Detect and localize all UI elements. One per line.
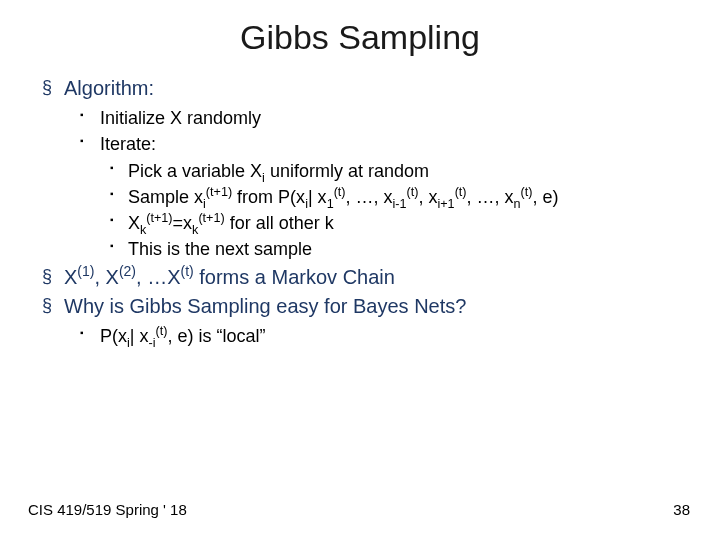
slide-title: Gibbs Sampling	[0, 0, 720, 57]
text-iterate: Iterate:	[100, 134, 156, 154]
bullet-list-2: X(1), X(2), …X(t) forms a Markov Chain W…	[40, 264, 680, 348]
footer-page-number: 38	[673, 501, 690, 518]
bullet-pick: Pick a variable Xi uniformly at random	[128, 159, 680, 183]
text-why-easy: Why is Gibbs Sampling easy for Bayes Net…	[64, 295, 466, 317]
bullet-iterate: Iterate: Pick a variable Xi uniformly at…	[100, 132, 680, 261]
slide-content: Algorithm: Initialize X randomly Iterate…	[0, 57, 720, 348]
bullet-list-1a: Initialize X randomly Iterate: Pick a va…	[64, 106, 680, 262]
bullet-next-sample: This is the next sample	[128, 237, 680, 261]
bullet-initialize: Initialize X randomly	[100, 106, 680, 130]
bullet-algorithm: Algorithm: Initialize X randomly Iterate…	[64, 75, 680, 262]
bullet-list-2a: P(xi| x-i(t), e) is “local”	[64, 324, 680, 348]
bullet-list-1b: Pick a variable Xi uniformly at random S…	[100, 159, 680, 262]
slide: Gibbs Sampling Algorithm: Initialize X r…	[0, 0, 720, 540]
bullet-xk: Xk(t+1)=xk(t+1) for all other k	[128, 211, 680, 235]
bullet-sample: Sample xi(t+1) from P(xi| x1(t), …, xi-1…	[128, 185, 680, 209]
footer-course: CIS 419/519 Spring ' 18	[28, 501, 187, 518]
bullet-markov: X(1), X(2), …X(t) forms a Markov Chain	[64, 264, 680, 291]
text-algorithm: Algorithm:	[64, 77, 154, 99]
bullet-why-easy: Why is Gibbs Sampling easy for Bayes Net…	[64, 293, 680, 348]
bullet-local: P(xi| x-i(t), e) is “local”	[100, 324, 680, 348]
bullet-list-1: Algorithm: Initialize X randomly Iterate…	[40, 75, 680, 262]
